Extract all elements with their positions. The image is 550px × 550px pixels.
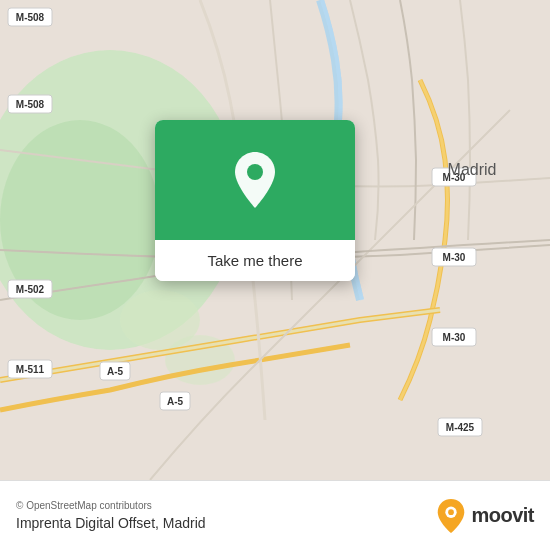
moovit-text: moovit — [471, 504, 534, 527]
popup-header — [155, 120, 355, 240]
map-container[interactable]: M-508 M-508 M-502 M-511 M-30 M-30 M-30 A… — [0, 0, 550, 480]
svg-point-27 — [247, 164, 263, 180]
svg-text:M-502: M-502 — [16, 284, 45, 295]
svg-text:M-508: M-508 — [16, 99, 45, 110]
svg-text:A-5: A-5 — [107, 366, 124, 377]
svg-text:A-5: A-5 — [167, 396, 184, 407]
location-popup: Take me there — [155, 120, 355, 281]
svg-text:M-511: M-511 — [16, 364, 45, 375]
svg-text:Madrid: Madrid — [448, 161, 497, 178]
location-pin-icon — [230, 150, 280, 210]
moovit-logo: moovit — [435, 498, 534, 534]
svg-text:M-30: M-30 — [443, 252, 466, 263]
svg-point-29 — [449, 509, 455, 515]
svg-text:M-425: M-425 — [446, 422, 475, 433]
location-name: Imprenta Digital Offset, Madrid — [16, 515, 206, 531]
take-me-there-button[interactable]: Take me there — [155, 240, 355, 281]
moovit-pin-icon — [435, 498, 467, 534]
svg-text:M-30: M-30 — [443, 332, 466, 343]
bottom-bar: © OpenStreetMap contributors Imprenta Di… — [0, 480, 550, 550]
osm-attribution: © OpenStreetMap contributors — [16, 500, 206, 511]
svg-text:M-508: M-508 — [16, 12, 45, 23]
bottom-bar-info: © OpenStreetMap contributors Imprenta Di… — [16, 500, 206, 531]
